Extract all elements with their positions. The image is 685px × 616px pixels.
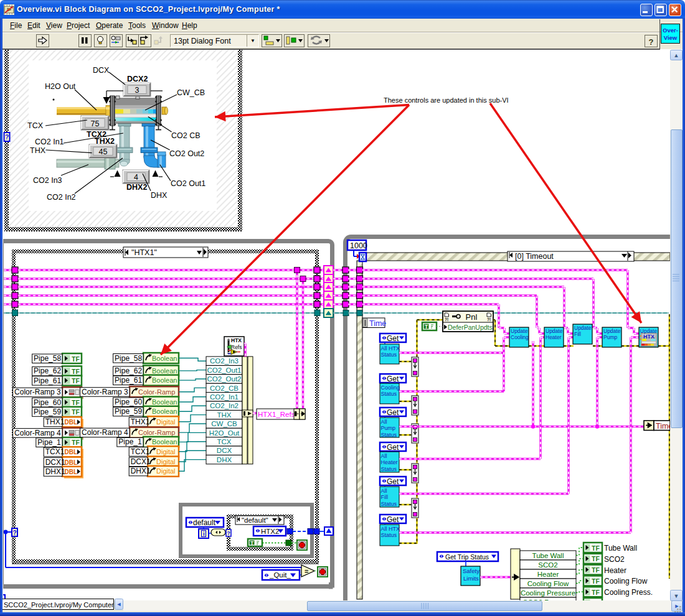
svg-text:Color-Ramp 3: Color-Ramp 3 [82,388,128,396]
svg-text:CO2 In1: CO2 In1 [35,138,64,146]
svg-text:THX1: THX1 [45,418,65,426]
svg-text:Cooling Pressure: Cooling Pressure [521,589,575,597]
svg-text:Status: Status [381,532,397,538]
svg-text:Color-Ramp 4: Color-Ramp 4 [82,428,128,437]
svg-text:TF: TF [592,589,600,596]
svg-text:Boolean: Boolean [152,376,177,384]
svg-text:THX: THX [217,411,232,419]
svg-text:Heater: Heater [537,571,559,578]
svg-text:?: ? [5,134,9,141]
svg-text:Pipe_60: Pipe_60 [34,398,61,407]
svg-text:TF: TF [592,566,600,574]
svg-text:TCX1: TCX1 [45,447,65,456]
svg-text:"HTX1": "HTX1" [131,248,157,257]
svg-text:?!: ?! [445,317,448,322]
svg-text:CO2 Out1: CO2 Out1 [171,179,206,188]
svg-text:Get: Get [387,515,399,524]
svg-text:Status: Status [381,501,397,507]
svg-text:DHX: DHX [151,191,168,200]
svg-text:Color-Ramp 4: Color-Ramp 4 [14,429,61,437]
svg-text:All HTX: All HTX [381,526,400,532]
svg-text:T: T [425,324,428,330]
svg-text:Heater: Heater [604,566,626,575]
svg-text:Fill: Fill [574,331,581,337]
svg-text:CO2_In2: CO2_In2 [210,402,239,409]
svg-text:HTX: HTX [643,334,654,340]
svg-text:DBL: DBL [65,449,78,455]
svg-text:CO2_Out2: CO2_Out2 [207,375,242,383]
svg-text:DBL: DBL [65,419,78,426]
svg-text:Boolean: Boolean [152,355,177,362]
svg-text:Safety: Safety [463,567,479,574]
svg-text:45: 45 [99,147,108,156]
svg-text:Color-Ramp: Color-Ramp [138,429,175,436]
svg-text:Update: Update [574,325,592,331]
svg-text:Refs: Refs [231,344,242,350]
svg-text:DCX2: DCX2 [127,75,148,83]
svg-text:Get Trip Status: Get Trip Status [445,553,489,561]
svg-text:SCO2: SCO2 [538,561,557,569]
svg-text:CO2_In1: CO2_In1 [210,393,239,401]
svg-text:Status: Status [381,352,397,358]
svg-text:Update: Update [546,328,563,334]
svg-text:CO2 Out2: CO2 Out2 [169,149,204,158]
svg-text:Tube Wall: Tube Wall [532,552,564,559]
svg-text:Get: Get [387,477,399,486]
svg-text:Pipe_58: Pipe_58 [115,354,142,363]
svg-text:3: 3 [135,86,139,95]
svg-text:Update: Update [603,328,621,334]
svg-text:DCX: DCX [93,66,110,75]
svg-text:DCX: DCX [217,447,232,454]
svg-text:TF: TF [592,544,600,552]
svg-text:?: ? [227,530,230,536]
svg-text:THX: THX [30,146,46,155]
svg-text:THX2: THX2 [95,137,115,146]
svg-text:Status: Status [381,391,397,397]
svg-text:CW_CB: CW_CB [177,88,205,97]
svg-text:Pnl: Pnl [466,312,478,322]
svg-text:i: i [203,530,205,537]
svg-text:TF: TF [592,577,600,585]
svg-text:_Quit_: _Quit_ [269,571,291,579]
svg-text:Pipe_58: Pipe_58 [34,354,61,363]
svg-text:THX1: THX1 [131,418,150,426]
svg-text:HTX: HTX [231,337,242,343]
svg-text:Cooling: Cooling [381,385,400,391]
svg-text:All: All [381,419,387,425]
svg-text:T: T [250,540,254,546]
svg-text:Get: Get [387,408,399,417]
svg-text:CO2_In3: CO2_In3 [210,357,239,365]
svg-text:Heater: Heater [546,334,562,340]
svg-text:Cooling Press.: Cooling Press. [604,588,653,597]
svg-text:TF: TF [592,555,600,562]
svg-text:CO2 In3: CO2 In3 [33,176,62,185]
svg-text:Digital: Digital [156,467,176,475]
svg-text:Boolean: Boolean [152,408,177,415]
svg-text:SCO2: SCO2 [604,555,625,564]
svg-text:default: default [193,518,216,527]
svg-text:HTX2: HTX2 [261,528,279,535]
svg-text:Pump: Pump [381,425,396,431]
svg-text:Status: Status [381,466,397,472]
svg-text:1000: 1000 [350,241,367,250]
svg-text:TCX: TCX [217,438,232,446]
svg-text:CO2 CB: CO2 CB [171,131,201,140]
svg-text:DBL: DBL [65,469,78,475]
svg-text:CO2 In2: CO2 In2 [47,193,76,202]
svg-text:DCX1: DCX1 [131,457,151,466]
svg-text:Heater: Heater [381,459,398,465]
svg-text:DCX1: DCX1 [45,458,65,467]
svg-text:DBL: DBL [65,459,78,466]
svg-text:=: = [305,567,308,575]
svg-text:All: All [381,453,387,459]
svg-text:Fill: Fill [381,494,389,500]
svg-text:CO2_CB: CO2_CB [210,385,239,392]
svg-text:4: 4 [134,173,138,182]
svg-text:These controls are updated in: These controls are updated in this sub-V… [384,96,509,104]
svg-text:TCX1: TCX1 [131,447,150,456]
svg-text:Time: Time [369,319,386,328]
svg-text:Digital: Digital [156,448,176,455]
svg-text:Pipe_59: Pipe_59 [115,407,142,416]
svg-text:"default": "default" [242,516,268,524]
svg-text:TF: TF [72,399,80,406]
